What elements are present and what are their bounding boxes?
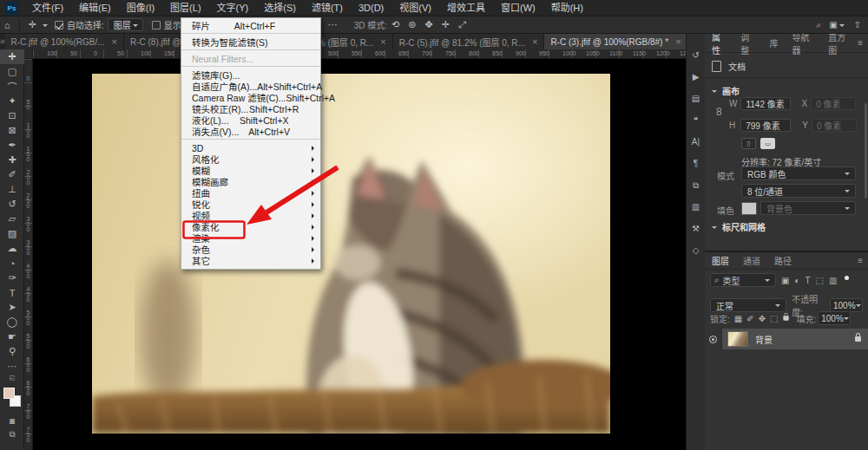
- panel-menu-icon[interactable]: ≡: [858, 256, 863, 265]
- share-icon[interactable]: ⇧: [854, 20, 861, 29]
- lock-option-icon[interactable]: ▦: [734, 314, 742, 323]
- comments-panel-icon[interactable]: ❝: [687, 109, 706, 131]
- layer-filter-search[interactable]: ⌕ 类型: [710, 273, 776, 287]
- layer-filter-icon[interactable]: ◐: [794, 276, 799, 285]
- blend-mode-dropdown[interactable]: 正常: [710, 298, 786, 312]
- character-panel-icon[interactable]: A|: [687, 131, 706, 153]
- layer-filter-icon[interactable]: ⬚: [816, 276, 824, 285]
- lock-option-icon[interactable]: ⬚: [770, 314, 778, 323]
- canvas-section-header[interactable]: 画布: [712, 84, 740, 97]
- 3d-mode-icon[interactable]: ⟲: [387, 19, 404, 30]
- history-panel-icon[interactable]: ↺: [687, 44, 706, 66]
- layers-panel-tab[interactable]: 图层: [705, 254, 736, 267]
- 3d-panel-icon[interactable]: ◇: [687, 239, 706, 261]
- history-brush-tool[interactable]: ↺: [0, 197, 24, 212]
- width-field[interactable]: 1142 像素: [740, 97, 791, 110]
- menu-bar-item[interactable]: 3D(D): [351, 0, 391, 16]
- close-icon[interactable]: ×: [675, 36, 681, 47]
- chevron-down-icon[interactable]: [43, 24, 48, 29]
- filter-menu-item[interactable]: 消失点(V)... Alt+Ctrl+V: [181, 126, 320, 137]
- shape-tool[interactable]: ◯: [0, 315, 24, 329]
- clone-stamp-tool[interactable]: ⊥: [0, 182, 24, 197]
- actions-panel-icon[interactable]: ▶: [687, 66, 706, 88]
- bit-depth-dropdown[interactable]: 8 位/通道: [741, 184, 856, 198]
- link-dimensions-icon[interactable]: 8: [716, 106, 722, 118]
- menu-bar-item[interactable]: 选择(S): [256, 0, 304, 16]
- layer-filter-icon[interactable]: ▥: [829, 276, 837, 285]
- dodge-tool[interactable]: ◔: [0, 256, 24, 271]
- move-tool-icon[interactable]: ✛: [24, 19, 41, 30]
- filter-menu-item[interactable]: Neural Filters...: [181, 53, 320, 64]
- 3d-mode-icon[interactable]: ⊚: [404, 19, 420, 30]
- marquee-tool[interactable]: ▢: [0, 64, 24, 79]
- lasso-tool[interactable]: ⌒: [0, 79, 24, 94]
- move-tool[interactable]: ✛: [0, 49, 24, 64]
- filter-menu-item[interactable]: 其它: [181, 255, 320, 266]
- default-colors-icon[interactable]: ◱: [0, 374, 24, 382]
- panel-tab[interactable]: 属性: [705, 30, 733, 56]
- layers-panel-tab[interactable]: 路径: [767, 254, 799, 267]
- search-icon[interactable]: ⌕: [817, 20, 822, 30]
- layers-panel-tab[interactable]: 通道: [736, 254, 767, 267]
- brush-tool[interactable]: ✐: [0, 167, 24, 182]
- document-tab[interactable]: R-C.jfif @ 100%(RGB/... ×: [5, 34, 124, 49]
- tool-presets-panel-icon[interactable]: ⚒: [687, 218, 706, 239]
- libraries-panel-icon[interactable]: ▤: [687, 88, 706, 109]
- panel-tab[interactable]: 调整: [733, 30, 762, 56]
- type-tool[interactable]: T: [0, 285, 24, 300]
- panel-tab[interactable]: 直方图: [821, 30, 858, 56]
- close-icon[interactable]: ×: [532, 36, 537, 47]
- landscape-orientation-button[interactable]: ▭: [760, 138, 775, 149]
- edit-toolbar[interactable]: ⋯: [0, 359, 24, 374]
- filter-toggle-icon[interactable]: [845, 276, 849, 280]
- lock-option-icon[interactable]: ✥: [759, 314, 766, 323]
- layer-filter-icon[interactable]: ▣: [781, 276, 789, 285]
- ruler-origin-corner[interactable]: [24, 49, 33, 59]
- more-options-icon[interactable]: ⋯: [324, 19, 342, 30]
- lock-option-icon[interactable]: ✐: [746, 314, 753, 323]
- zoom-tool[interactable]: ⚲: [0, 344, 24, 359]
- menu-bar-item[interactable]: 编辑(E): [71, 0, 119, 16]
- crop-tool[interactable]: ⊡: [0, 108, 24, 123]
- document-canvas-image[interactable]: [92, 74, 610, 434]
- close-icon[interactable]: ×: [112, 36, 117, 47]
- properties-scrollbar[interactable]: [865, 103, 867, 199]
- menu-bar-item[interactable]: 增效工具: [439, 0, 493, 16]
- layer-filter-icon[interactable]: T: [806, 276, 811, 285]
- layer-row-background[interactable]: 背景: [705, 329, 868, 349]
- height-field[interactable]: 799 像素: [740, 119, 791, 132]
- hand-tool[interactable]: ☛: [0, 329, 24, 344]
- menu-bar-item[interactable]: 帮助(H): [543, 0, 591, 16]
- menu-bar-item[interactable]: 图层(L): [162, 0, 208, 16]
- document-tab[interactable]: R-C (5).jfif @ 81.2% (图层 0, R... ×: [393, 34, 545, 49]
- vertical-ruler[interactable]: 0501001502002503003504004505005506006507…: [24, 59, 33, 450]
- menu-bar-item[interactable]: 窗口(W): [493, 0, 543, 16]
- layer-fill-field[interactable]: 100%: [818, 311, 851, 325]
- workspace-switcher-icon[interactable]: ▣: [829, 20, 845, 29]
- eraser-tool[interactable]: ▱: [0, 212, 24, 226]
- horizontal-ruler[interactable]: 1501005005010015020025030035040045050055…: [33, 49, 686, 59]
- path-select-tool[interactable]: ➤: [0, 300, 24, 315]
- paragraph-panel-icon[interactable]: ¶: [687, 153, 706, 174]
- filter-menu-item[interactable]: 转换为智能滤镜(S): [181, 36, 320, 48]
- gradient-tool[interactable]: ▨: [0, 226, 24, 241]
- color-mode-dropdown[interactable]: RGB 颜色: [741, 166, 856, 180]
- layer-comps-panel-icon[interactable]: ⧉: [687, 174, 706, 196]
- menu-bar-item[interactable]: 视图(V): [391, 0, 439, 16]
- filter-menu-item[interactable]: [181, 64, 320, 67]
- rulers-grid-section-header[interactable]: 标尺和网格: [712, 220, 766, 233]
- fill-type-dropdown[interactable]: 背景色: [760, 201, 856, 215]
- quick-selection-tool[interactable]: ✦: [0, 94, 24, 108]
- fill-color-swatch[interactable]: [741, 202, 757, 215]
- menu-bar-item[interactable]: 文字(Y): [209, 0, 257, 16]
- panel-tab[interactable]: 库: [762, 36, 785, 49]
- home-icon[interactable]: ⌂: [0, 20, 15, 30]
- panel-menu-icon[interactable]: ≡: [858, 38, 863, 48]
- menu-bar-item[interactable]: 文件(F): [24, 0, 71, 16]
- portrait-orientation-button[interactable]: ▯: [741, 138, 756, 149]
- panel-tab[interactable]: 导航器: [785, 30, 821, 56]
- x-field[interactable]: 0 像素: [811, 97, 856, 110]
- opacity-field[interactable]: 100%: [830, 298, 863, 312]
- document-tab[interactable]: R-C (3).jfif @ 100%(RGB/8#) * ×: [544, 34, 687, 49]
- notes-panel-icon[interactable]: ▥: [687, 196, 706, 218]
